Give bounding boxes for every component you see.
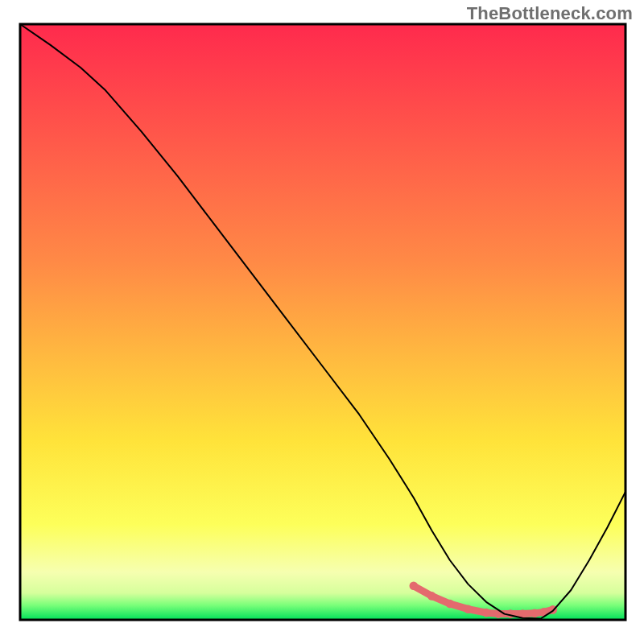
accent-dot (464, 605, 473, 613)
accent-dot (494, 609, 503, 618)
watermark-text: TheBottleneck.com (467, 3, 633, 24)
accent-dot (427, 592, 436, 601)
accent-dot (410, 582, 419, 591)
accent-dot (446, 600, 455, 609)
accent-dot (482, 609, 491, 617)
chart-canvas (0, 0, 644, 644)
accent-dot (530, 609, 539, 618)
plot-background (20, 24, 625, 620)
